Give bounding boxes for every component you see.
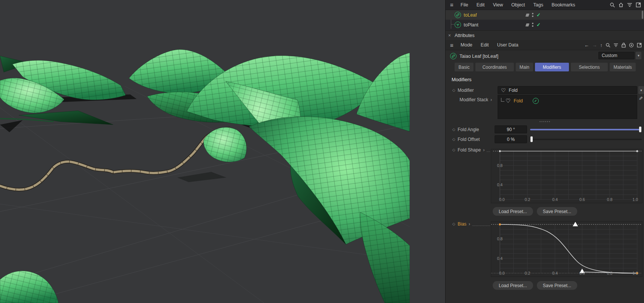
preset-dropdown[interactable]: Custom: [598, 52, 635, 59]
close-icon[interactable]: ×: [448, 33, 451, 38]
save-preset-button[interactable]: Save Preset...: [537, 281, 577, 290]
open-window-icon[interactable]: [636, 2, 641, 8]
menu-edit[interactable]: Edit: [476, 42, 493, 48]
object-title: Taiao Leaf [toLeaf]: [460, 54, 498, 59]
svg-text:0.2: 0.2: [525, 197, 530, 202]
fold-shape-preset-buttons: Load Preset... Save Preset...: [493, 207, 577, 216]
menu-view[interactable]: View: [489, 2, 507, 8]
modifier-stack-panel[interactable]: ♡ Fold ✓: [498, 95, 637, 119]
axis-labels: 0.8 0.4 0.0 0.2 0.4 0.6 0.8 1.0: [497, 163, 638, 202]
chevron-right-icon[interactable]: ›: [469, 221, 470, 227]
save-preset-button[interactable]: Save Preset...: [537, 207, 577, 216]
tab-modifiers[interactable]: Modifiers: [535, 63, 569, 71]
spline-point-end[interactable]: [636, 150, 638, 152]
chevron-right-icon[interactable]: ›: [490, 97, 492, 102]
panel-resize-grip[interactable]: [539, 121, 550, 122]
spline-point-start[interactable]: [499, 150, 501, 152]
preset-dropdown-arrow[interactable]: ▾: [636, 52, 641, 59]
lock-icon[interactable]: [621, 43, 626, 48]
slider-handle[interactable]: [639, 127, 641, 132]
enabled-check-icon[interactable]: ✓: [533, 98, 539, 104]
object-row-toPlant[interactable]: toPlant ✓: [446, 20, 644, 29]
modifier-dropdown[interactable]: ♡ Fold: [498, 86, 637, 94]
modifier-label: Modifier: [458, 88, 474, 93]
attributes-menubar: ≡ Mode Edit User Data ← → ↑: [446, 40, 644, 50]
slider-track[interactable]: [530, 139, 642, 140]
tab-coordinates[interactable]: Coordinates: [475, 63, 514, 71]
fold-offset-row: ◇ Fold Offset: [446, 135, 495, 143]
svg-text:0.8: 0.8: [497, 237, 503, 241]
modifier-stack-label-row: Modifier Stack ›: [446, 96, 496, 104]
enable-check-icon[interactable]: ✓: [536, 12, 541, 18]
filter-icon[interactable]: [627, 3, 632, 7]
tab-materials[interactable]: Materials: [610, 63, 636, 71]
fold-angle-slider[interactable]: [530, 125, 642, 133]
scrollbar-thumb[interactable]: [642, 11, 643, 19]
forward-icon[interactable]: →: [592, 43, 597, 48]
viewport-3d[interactable]: [0, 0, 445, 303]
visibility-dots-icon[interactable]: [532, 13, 533, 17]
fold-shape-curve-editor[interactable]: 0.8 0.4 0.0 0.2 0.4 0.6 0.8 1.0: [491, 149, 642, 203]
search-icon[interactable]: [610, 2, 615, 8]
chevron-right-icon[interactable]: ›: [483, 147, 484, 153]
svg-text:0.0: 0.0: [499, 197, 505, 202]
svg-text:0.4: 0.4: [552, 197, 558, 202]
svg-text:1.0: 1.0: [632, 197, 638, 202]
bias-curve-editor[interactable]: 0.8 0.4 0.0 0.2 0.4 0.6 0.8 1.0: [491, 221, 642, 277]
modifier-stack-item-fold[interactable]: ♡ Fold ✓: [498, 96, 637, 105]
hamburger-icon[interactable]: ≡: [446, 42, 456, 48]
tangent-handle-top[interactable]: [573, 222, 578, 226]
bias-label: Bias: [458, 221, 466, 227]
up-icon[interactable]: ↑: [600, 43, 603, 48]
fold-angle-input[interactable]: 90 °: [495, 125, 527, 133]
dotted-leader: [487, 151, 490, 152]
diamond-icon: ◇: [452, 127, 458, 131]
section-title: Modifiers: [452, 77, 472, 82]
slider-handle[interactable]: [530, 136, 533, 142]
fold-shape-curve: 0.8 0.4 0.0 0.2 0.4 0.6 0.8 1.0: [491, 149, 642, 203]
svg-text:0.4: 0.4: [497, 182, 503, 187]
tab-main[interactable]: Main: [516, 63, 533, 71]
curve-grid: [500, 151, 637, 199]
menu-file[interactable]: File: [456, 2, 472, 8]
menu-object[interactable]: Object: [507, 2, 529, 8]
search-icon[interactable]: [606, 43, 610, 48]
open-window-icon[interactable]: [637, 43, 642, 48]
load-preset-button[interactable]: Load Preset...: [493, 281, 533, 290]
layer-toggle-icon[interactable]: [526, 23, 530, 26]
svg-text:0.8: 0.8: [607, 197, 613, 202]
modifier-dropdown-arrow[interactable]: ▾: [638, 86, 644, 94]
object-name[interactable]: toPlant: [464, 22, 478, 28]
spline-point-start[interactable]: [499, 223, 501, 226]
fold-shape-row: ◇ Fold Shape ›: [446, 146, 492, 154]
object-manager-menubar: ≡ File Edit View Object Tags Bookmarks: [446, 0, 644, 10]
home-icon[interactable]: [618, 2, 624, 8]
stack-item-name[interactable]: Fold: [513, 98, 523, 104]
visibility-dots-icon[interactable]: [532, 23, 533, 27]
object-name[interactable]: toLeaf: [464, 12, 477, 18]
enable-check-icon[interactable]: ✓: [536, 22, 541, 28]
chevron-down-icon: ▾: [640, 88, 642, 92]
menu-edit[interactable]: Edit: [472, 2, 489, 8]
record-target-icon[interactable]: [629, 43, 634, 48]
hamburger-icon[interactable]: ≡: [446, 2, 456, 8]
menu-user-data[interactable]: User Data: [493, 42, 523, 48]
bias-curve: 0.8 0.4 0.0 0.2 0.4 0.6 0.8 1.0: [491, 221, 642, 277]
load-preset-button[interactable]: Load Preset...: [493, 207, 533, 216]
tab-basic[interactable]: Basic: [455, 63, 473, 71]
svg-text:0.6: 0.6: [579, 271, 585, 275]
fold-offset-slider[interactable]: [530, 135, 642, 143]
menu-bookmarks[interactable]: Bookmarks: [547, 2, 579, 8]
menu-tags[interactable]: Tags: [529, 2, 547, 8]
back-icon[interactable]: ←: [584, 43, 589, 48]
filter-icon[interactable]: [613, 43, 618, 47]
object-row-toLeaf[interactable]: toLeaf ✓: [446, 10, 644, 20]
menu-mode[interactable]: Mode: [456, 42, 476, 48]
layer-toggle-icon[interactable]: [526, 14, 530, 17]
tab-selections[interactable]: Selections: [571, 63, 608, 71]
plant-object-icon: [455, 22, 461, 28]
attributes-header: × Attributes: [446, 30, 644, 40]
edit-pencil-icon[interactable]: ✎: [639, 96, 643, 101]
app-window: { "menubar": { "items": ["File", "Edit",…: [0, 0, 644, 303]
fold-offset-input[interactable]: 0 %: [495, 135, 527, 143]
